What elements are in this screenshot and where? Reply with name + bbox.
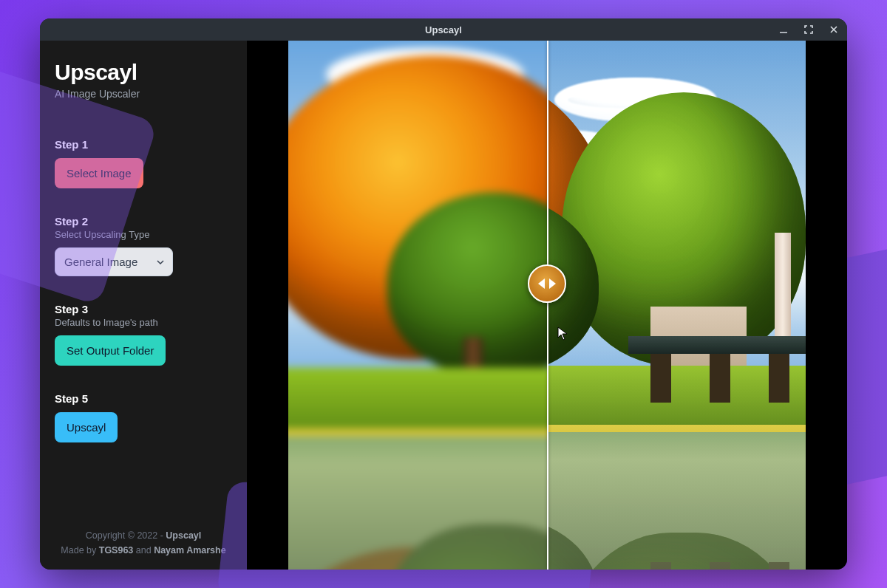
set-output-folder-button[interactable]: Set Output Folder [55, 335, 166, 366]
footer-author-1: TGS963 [99, 545, 134, 555]
footer-madeby-prefix: Made by [61, 545, 98, 555]
comparison-canvas [288, 41, 806, 570]
chevron-left-icon [538, 278, 545, 289]
app-title: Upscayl [55, 60, 232, 85]
step-5-title: Step 5 [55, 392, 232, 405]
step-3-title: Step 3 [55, 303, 232, 315]
footer-author-2: Nayam Amarshe [154, 545, 226, 555]
close-button[interactable] [826, 22, 841, 37]
minimize-button[interactable] [776, 22, 791, 37]
chevron-right-icon [549, 278, 556, 289]
footer: Copyright © 2022 - Upscayl Made by TGS96… [55, 528, 232, 558]
step-3: Step 3 Defaults to Image's path Set Outp… [55, 303, 232, 366]
preview-pane [247, 41, 847, 570]
window-controls [776, 22, 841, 37]
step-3-desc: Defaults to Image's path [55, 317, 232, 328]
footer-and: and [133, 545, 154, 555]
footer-copyright-prefix: Copyright © 2022 - [86, 530, 166, 541]
app-window: Upscayl Upscayl AI Image Upscaler Step 1… [40, 18, 847, 570]
upscaled-image [547, 41, 806, 570]
window-title: Upscayl [425, 24, 462, 35]
upscayl-button[interactable]: Upscayl [55, 412, 118, 442]
step-5: Step 5 Upscayl [55, 392, 232, 442]
comparison-divider[interactable] [547, 41, 548, 570]
comparison-handle[interactable] [528, 264, 566, 303]
maximize-button[interactable] [801, 22, 816, 37]
titlebar: Upscayl [40, 18, 847, 41]
footer-product: Upscayl [166, 530, 201, 541]
original-image [288, 41, 547, 570]
